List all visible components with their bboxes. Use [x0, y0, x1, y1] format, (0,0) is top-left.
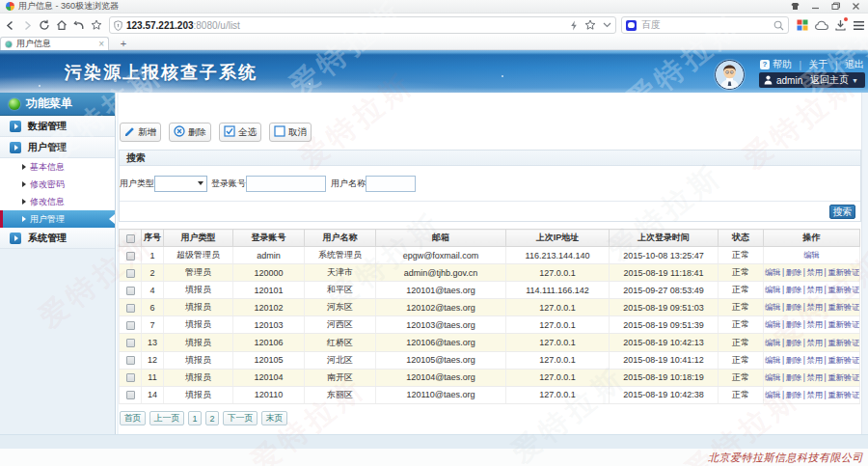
close-button[interactable] [852, 2, 860, 11]
row-checkbox[interactable] [126, 339, 135, 347]
pager-first-button[interactable]: 首页 [120, 411, 146, 425]
add-button[interactable]: 新增 [120, 123, 161, 142]
search-icon[interactable] [773, 20, 784, 31]
pager-page-2-button[interactable]: 2 [205, 411, 219, 425]
reverify-link[interactable]: 重新验证 [827, 267, 859, 277]
disable-link[interactable]: 禁用 [807, 302, 824, 312]
cell-name: 河东区 [305, 299, 376, 316]
delete-link[interactable]: 删除 [786, 372, 802, 382]
back-button[interactable] [2, 17, 17, 34]
edit-link[interactable]: 编辑 [765, 355, 781, 365]
sidebar-item-modify-info[interactable]: 修改信息 [0, 193, 115, 210]
disable-link[interactable]: 禁用 [807, 267, 824, 277]
reverify-link[interactable]: 重新验证 [827, 390, 859, 399]
op-separator: | [825, 319, 827, 329]
menu-hamburger-icon[interactable] [853, 20, 865, 31]
row-checkbox[interactable] [126, 269, 135, 278]
cell-num: 4 [142, 282, 164, 299]
reverify-link[interactable]: 重新验证 [827, 285, 859, 294]
browser-search-box[interactable]: 百度 [621, 16, 789, 34]
sparkle-dot [502, 75, 503, 77]
disable-link[interactable]: 禁用 [807, 390, 824, 399]
cancel-button[interactable]: 取消 [269, 123, 312, 142]
apps-grid-icon[interactable] [797, 19, 808, 31]
sidebar-item-change-password[interactable]: 修改密码 [0, 176, 115, 193]
delete-link[interactable]: 删除 [786, 285, 802, 294]
download-button[interactable] [835, 19, 846, 31]
site-shield-icon [114, 20, 122, 31]
header-checkbox[interactable] [126, 234, 135, 243]
delete-link[interactable]: 删除 [786, 267, 802, 277]
pager-next-button[interactable]: 下一页 [223, 411, 258, 425]
reverify-link[interactable]: 重新验证 [827, 355, 859, 365]
delete-link[interactable]: 删除 [786, 338, 802, 347]
row-checkbox[interactable] [126, 373, 135, 382]
url-host: 123.57.221.203 [126, 20, 194, 31]
forward-button[interactable] [19, 17, 35, 34]
disable-link[interactable]: 禁用 [807, 285, 824, 294]
sidebar-item-label: 用户管理 [28, 141, 67, 154]
restore-button[interactable] [831, 2, 840, 11]
delete-link[interactable]: 删除 [786, 319, 802, 329]
address-bar[interactable]: 123.57.221.203:8080/u/list [109, 16, 616, 34]
delete-link[interactable]: 删除 [786, 302, 802, 312]
search-submit-button[interactable]: 搜索 [829, 205, 855, 219]
about-link[interactable]: 关于 [808, 58, 827, 71]
return-home-link[interactable]: 返回主页▼ [810, 73, 860, 87]
edit-link[interactable]: 编辑 [765, 372, 781, 382]
dropdown-chevron-icon[interactable] [603, 22, 611, 28]
disable-link[interactable]: 禁用 [807, 319, 824, 329]
edit-link[interactable]: 编辑 [765, 390, 781, 399]
reverify-link[interactable]: 重新验证 [827, 319, 859, 329]
row-checkbox[interactable] [126, 391, 135, 399]
reverify-link[interactable]: 重新验证 [827, 302, 859, 312]
disable-link[interactable]: 禁用 [807, 372, 824, 382]
edit-link[interactable]: 编辑 [803, 250, 820, 260]
pager-prev-button[interactable]: 上一页 [149, 411, 184, 425]
delete-link[interactable]: 删除 [786, 355, 802, 365]
minimize-button[interactable] [811, 2, 820, 11]
undo-button[interactable] [71, 17, 87, 34]
disable-link[interactable]: 禁用 [807, 338, 824, 347]
tab-user-info[interactable]: 用户信息 × [0, 37, 109, 50]
cloud-icon[interactable] [815, 20, 828, 31]
home-button[interactable] [54, 17, 69, 34]
logout-link[interactable]: 退出 [845, 58, 864, 71]
row-checkbox[interactable] [126, 304, 135, 313]
edit-link[interactable]: 编辑 [765, 285, 781, 294]
lightning-icon[interactable] [570, 20, 578, 31]
tab-close-icon[interactable]: × [98, 41, 104, 48]
pager-last-button[interactable]: 末页 [261, 411, 287, 425]
select-all-button[interactable]: 全选 [219, 123, 261, 142]
sidebar-item-basic-info[interactable]: 基本信息 [0, 158, 115, 176]
sidebar-item-user-management-sub[interactable]: 用户管理 [0, 210, 115, 228]
edit-link[interactable]: 编辑 [765, 338, 781, 347]
disable-link[interactable]: 禁用 [807, 355, 824, 365]
tab-favicon [5, 41, 13, 48]
edit-link[interactable]: 编辑 [765, 319, 781, 329]
row-checkbox[interactable] [126, 356, 135, 365]
account-input[interactable] [246, 176, 326, 192]
delete-button[interactable]: 删除 [169, 123, 211, 142]
favorite-star-icon[interactable] [89, 17, 104, 34]
delete-link[interactable]: 删除 [786, 390, 802, 399]
edit-link[interactable]: 编辑 [765, 302, 781, 312]
row-checkbox[interactable] [126, 321, 135, 330]
reverify-link[interactable]: 重新验证 [827, 372, 859, 382]
username-input[interactable] [366, 176, 416, 192]
sidebar-item-system-management[interactable]: 系统管理 [0, 228, 115, 249]
sidebar-item-data-management[interactable]: 数据管理 [0, 116, 115, 137]
edit-link[interactable]: 编辑 [765, 267, 781, 277]
pager-page-1-button[interactable]: 1 [188, 411, 202, 425]
help-link[interactable]: ?帮助 [760, 58, 792, 71]
row-checkbox[interactable] [126, 287, 135, 295]
bookmark-star-icon[interactable] [584, 19, 596, 31]
new-tab-button[interactable]: + [116, 38, 131, 49]
sidebar-item-user-management[interactable]: 用户管理 [0, 137, 115, 158]
skin-icon[interactable] [791, 2, 800, 11]
sidebar: 功能菜单 数据管理用户管理基本信息修改密码修改信息用户管理系统管理 [0, 93, 116, 434]
row-checkbox[interactable] [126, 252, 135, 260]
reverify-link[interactable]: 重新验证 [827, 338, 859, 347]
user-type-select[interactable] [154, 176, 207, 192]
refresh-button[interactable] [37, 17, 52, 34]
